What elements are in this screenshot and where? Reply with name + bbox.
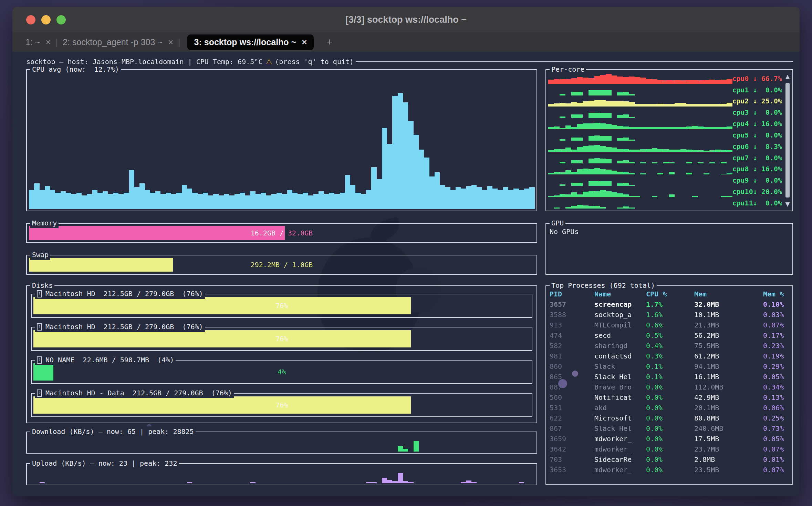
cpu-val-cell: 0.0% — [646, 403, 694, 413]
memp-cell: 0.06% — [763, 403, 792, 413]
pid-cell: 560 — [550, 392, 594, 403]
core-row: cpu5 ↓ 0.0% — [548, 129, 782, 141]
cpu-val-cell: 0.0% — [646, 434, 694, 444]
scrollbar-track[interactable] — [785, 82, 790, 198]
core-label: cpu4 ↓ 16.0% — [732, 119, 782, 129]
pid-cell: 867 — [550, 423, 594, 434]
traffic-lights — [26, 7, 66, 32]
pid-cell: 703 — [550, 454, 594, 465]
cpu-val-cell: 0.0% — [646, 465, 694, 475]
process-row: 703SidecarRe0.0%2.8MB0.01% — [550, 454, 792, 465]
memory-total-value: 32.0GB — [288, 228, 313, 238]
tab-3-label: 3: socktop ws://localho ~ — [194, 37, 296, 47]
core-spark-chart — [548, 118, 732, 129]
scrollbar-thumb[interactable] — [785, 83, 790, 198]
process-row: 3659mdworker_0.0%17.5MB0.05% — [550, 434, 792, 444]
memp-cell: 0.73% — [763, 423, 792, 434]
pid-cell: 3653 — [550, 465, 594, 475]
cpu-avg-title: CPU avg (now: 12.7%) — [30, 64, 121, 74]
per-core-panel: Per-core cpu0 ↓ 66.7%cpu1 ↓ 0.0%cpu2 ↓ 2… — [545, 69, 793, 211]
cpu-val-cell: 0.6% — [646, 320, 694, 330]
core-label: cpu3 ↓ 0.0% — [732, 107, 782, 118]
scroll-down-icon[interactable]: ▼ — [784, 200, 791, 209]
name-cell: secd — [594, 330, 646, 341]
close-window-button[interactable] — [26, 15, 35, 24]
mem-cell: 75.5MB — [694, 341, 763, 351]
name-cell: akd — [594, 403, 646, 413]
memp-cell: 0.29% — [763, 361, 792, 372]
top-processes-panel: Top Processes (692 total) PIDNameCPU %Me… — [545, 285, 793, 485]
download-panel: Download (KB/s) — now: 65 | peak: 28825 — [26, 432, 537, 454]
mem-cell: 112.0MB — [694, 382, 763, 392]
pid-cell: 860 — [550, 361, 594, 372]
memp-cell: 0.17% — [763, 330, 792, 341]
process-row: 981contactsd0.3%61.2MB0.19% — [550, 351, 792, 361]
process-row: 860Slack0.1%94.1MB0.29% — [550, 361, 792, 372]
mem-cell: 42.9MB — [694, 392, 763, 403]
tab-bar: 1: ~ × | 2: socktop_agent -p 303 ~ × | 3… — [12, 32, 800, 52]
core-spark-chart — [548, 152, 732, 163]
core-spark-chart — [548, 95, 732, 107]
disk-usage-percent-label: 4% — [33, 363, 530, 381]
mem-cell: 17.5MB — [694, 434, 763, 444]
tab-1-close-icon[interactable]: × — [45, 37, 51, 48]
disk-item-title: ?Macintosh HD 212.5GB / 279.0GB (76%) — [35, 322, 205, 332]
name-cell: sharingd — [594, 341, 646, 351]
gpu-title: GPU — [550, 218, 565, 228]
cpu-val-cell: 0.0% — [646, 423, 694, 434]
memp-cell: 0.07% — [763, 465, 792, 475]
process-row: 867Slack Hel0.0%240.6MB0.73% — [550, 423, 792, 434]
per-core-scrollbar[interactable]: ▲ ▼ — [784, 72, 791, 209]
cpu-temp-warning-icon: ⚠ — [266, 57, 272, 67]
header-rule — [356, 61, 793, 62]
core-spark-chart — [548, 107, 732, 118]
name-cell: socktop_a — [594, 310, 646, 320]
tab-2-close-icon[interactable]: × — [168, 37, 173, 48]
tab-3-active[interactable]: 3: socktop ws://localho ~ × — [187, 34, 314, 50]
mem-cell: 61.2MB — [694, 351, 763, 361]
core-row: cpu7 ↓ 0.0% — [548, 152, 782, 163]
new-tab-button[interactable]: + — [326, 36, 332, 48]
mem-cell: 32.0MB — [694, 299, 763, 310]
gpu-panel: GPU No GPUs — [545, 223, 793, 275]
mem-cell: 2.8MB — [694, 454, 763, 465]
memp-cell: 0.34% — [763, 382, 792, 392]
title-bar[interactable]: [3/3] socktop ws://localho ~ — [12, 7, 800, 32]
tab-2[interactable]: 2: socktop_agent -p 303 ~ × — [63, 37, 173, 48]
disk-item: ?Macintosh HD 212.5GB / 279.0GB (76%)76% — [31, 294, 532, 318]
tab-1[interactable]: 1: ~ × — [25, 37, 51, 48]
process-row: 3657screencap1.7%32.0MB0.10% — [550, 299, 792, 310]
terminal-screen[interactable]: socktop — host: Jasons-MBP.localdomain |… — [12, 52, 800, 496]
swap-usage-value: 292.2MB / 1.0GB — [251, 260, 313, 270]
pid-cell: 531 — [550, 403, 594, 413]
process-row: 865Slack Hel0.1%16.1MB0.05% — [550, 372, 792, 382]
process-row: 3642mdworker_0.0%23.7MB0.07% — [550, 444, 792, 454]
process-column-header: Mem % — [763, 289, 792, 299]
pid-cell: 582 — [550, 341, 594, 351]
pid-cell: 3588 — [550, 310, 594, 320]
disk-usage-bar: 76% — [33, 396, 530, 414]
name-cell: Slack — [594, 361, 646, 372]
process-row: 560Notificat0.0%42.9MB0.13% — [550, 392, 792, 403]
eject-disk-icon: ? — [37, 356, 42, 364]
swap-title: Swap — [30, 250, 50, 260]
core-row: cpu6 ↓ 8.3% — [548, 141, 782, 152]
top-processes-title: Top Processes (692 total) — [550, 280, 657, 291]
core-row: cpu1 ↓ 0.0% — [548, 84, 782, 95]
cpu-val-cell: 0.1% — [646, 372, 694, 382]
core-spark-chart — [548, 174, 732, 186]
download-history-chart — [29, 435, 534, 452]
process-row: 622Microsoft0.0%80.8MB0.25% — [550, 413, 792, 423]
zoom-window-button[interactable] — [56, 15, 66, 24]
memp-cell: 0.07% — [763, 444, 792, 454]
cpu-val-cell: 0.5% — [646, 330, 694, 341]
name-cell: Brave Bro — [594, 382, 646, 392]
core-row: cpu8 ↓ 16.0% — [548, 163, 782, 175]
minimize-window-button[interactable] — [41, 15, 51, 24]
download-title: Download (KB/s) — now: 65 | peak: 28825 — [30, 426, 196, 437]
scroll-up-icon[interactable]: ▲ — [784, 72, 791, 81]
name-cell: mdworker_ — [594, 444, 646, 454]
mem-cell: 16.1MB — [694, 372, 763, 382]
tab-3-close-icon[interactable]: × — [302, 37, 307, 48]
core-spark-chart — [548, 197, 732, 209]
